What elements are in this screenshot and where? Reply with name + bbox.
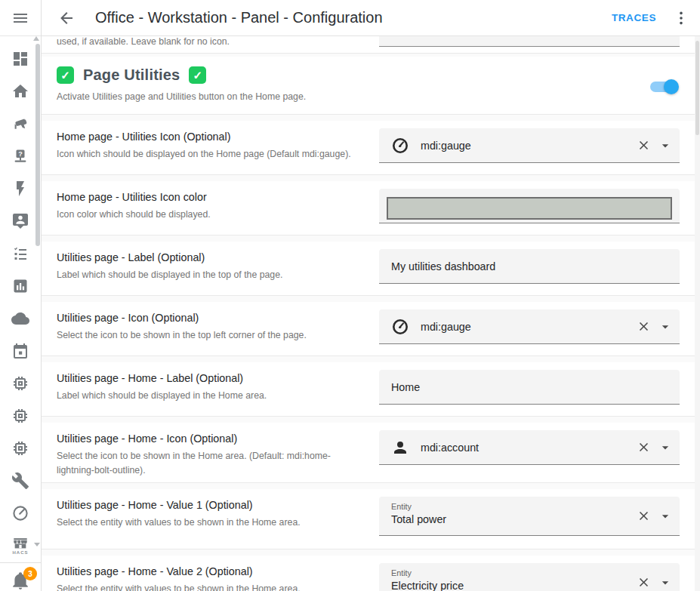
wrench-icon bbox=[11, 472, 29, 490]
hacs-dropdown-caret-icon[interactable] bbox=[34, 543, 40, 546]
svg-text:?: ? bbox=[18, 149, 23, 157]
clear-icon[interactable] bbox=[637, 319, 651, 334]
sidebar-item-notifications[interactable]: 3 bbox=[0, 566, 41, 591]
toggle-knob bbox=[664, 79, 679, 94]
sidebar-nav: ? bbox=[0, 42, 41, 562]
clear-icon[interactable] bbox=[637, 575, 651, 589]
calendar-icon bbox=[11, 342, 29, 360]
field-floating-label: Entity bbox=[391, 502, 412, 511]
row-description: Label which should be displayed in the t… bbox=[57, 268, 282, 282]
row-utilities-home-value-1: Utilities page - Home - Value 1 (Optiona… bbox=[42, 489, 700, 549]
sidebar-divider bbox=[0, 562, 41, 563]
color-picker-field[interactable] bbox=[379, 189, 680, 223]
sidebar-item-home[interactable] bbox=[0, 75, 41, 107]
chip-icon bbox=[11, 407, 29, 425]
row-home-utilities-icon: Home page - Utilities Icon (Optional) Ic… bbox=[42, 121, 700, 175]
row-label: Home page - Utilities Icon (Optional) bbox=[57, 131, 351, 143]
row-utilities-home-label: Utilities page - Home - Label (Optional)… bbox=[42, 362, 700, 417]
clear-icon[interactable] bbox=[637, 138, 651, 152]
icon-select-field[interactable]: mdi:gauge bbox=[379, 128, 680, 163]
view-dashboard-icon bbox=[11, 50, 29, 68]
field-value: Electricity price bbox=[391, 580, 464, 591]
hacs-store-icon bbox=[12, 537, 29, 549]
partial-row-input[interactable] bbox=[379, 36, 680, 47]
sidebar-item-dashboard[interactable] bbox=[0, 42, 41, 75]
speed-gauge-icon bbox=[11, 504, 29, 522]
page-scrollbar[interactable] bbox=[695, 36, 700, 591]
network-question-icon: ? bbox=[11, 147, 29, 165]
cctv-icon bbox=[11, 115, 29, 133]
row-label: Home page - Utilities Icon color bbox=[57, 191, 211, 203]
chart-box-icon bbox=[11, 277, 29, 295]
partial-row: used, if available. Leave blank for no i… bbox=[42, 36, 700, 54]
page-scrollbar-thumb[interactable] bbox=[695, 41, 699, 135]
chevron-down-icon[interactable] bbox=[658, 575, 673, 590]
sidebar-item-energy[interactable] bbox=[0, 172, 41, 205]
sidebar-item-persons[interactable] bbox=[0, 205, 41, 237]
text-input-field[interactable]: Home bbox=[379, 370, 680, 405]
field-value: My utilities dashboard bbox=[391, 260, 495, 272]
sidebar-item-speedtest[interactable] bbox=[0, 497, 41, 529]
row-utilities-home-icon: Utilities page - Home - Icon (Optional) … bbox=[42, 423, 700, 483]
sidebar-item-calendar[interactable] bbox=[0, 334, 41, 367]
sidebar-item-todo-lists[interactable] bbox=[0, 237, 41, 269]
row-label: Utilities page - Home - Icon (Optional) bbox=[57, 432, 356, 445]
sidebar-item-integration-1[interactable] bbox=[0, 367, 41, 399]
row-description: Label which should be displayed in the H… bbox=[57, 389, 267, 403]
clear-icon[interactable] bbox=[637, 440, 651, 454]
sidebar: ? bbox=[0, 0, 42, 591]
partial-row-description: used, if available. Leave blank for no i… bbox=[57, 36, 230, 47]
icon-select-field[interactable]: mdi:gauge bbox=[379, 309, 680, 344]
page-title: Office - Workstation - Panel - Configura… bbox=[95, 9, 383, 26]
sidebar-item-integration-2[interactable] bbox=[0, 399, 41, 432]
sidebar-menu-button[interactable] bbox=[0, 0, 41, 36]
chevron-down-icon[interactable] bbox=[658, 509, 673, 524]
field-value: Total power bbox=[391, 513, 446, 525]
chevron-down-icon[interactable] bbox=[658, 138, 673, 153]
clear-icon[interactable] bbox=[637, 509, 651, 523]
row-label: Utilities page - Icon (Optional) bbox=[57, 312, 307, 324]
gauge-icon bbox=[391, 318, 409, 336]
row-description: Select the icon to be shown in the Home … bbox=[57, 449, 356, 478]
row-label: Utilities page - Label (Optional) bbox=[57, 251, 282, 263]
sidebar-item-network-help[interactable]: ? bbox=[0, 140, 41, 172]
entity-select-field[interactable]: Entity Electricity price bbox=[379, 563, 680, 591]
chevron-down-icon[interactable] bbox=[658, 319, 673, 334]
section-title-row: ✓ Page Utilities ✓ bbox=[42, 57, 700, 84]
sidebar-item-tools[interactable] bbox=[0, 464, 41, 497]
notification-badge: 3 bbox=[23, 567, 37, 580]
chip-icon bbox=[11, 374, 29, 392]
check-mark-emoji-icon: ✓ bbox=[57, 66, 74, 84]
row-home-utilities-icon-color: Home page - Utilities Icon color Icon co… bbox=[42, 181, 700, 235]
page-utilities-toggle[interactable] bbox=[650, 82, 677, 92]
chevron-down-icon[interactable] bbox=[658, 440, 673, 455]
entity-select-field[interactable]: Entity Total power bbox=[379, 497, 680, 536]
sidebar-item-hacs[interactable]: HACS bbox=[0, 529, 41, 562]
sidebar-item-history-stats[interactable] bbox=[0, 269, 41, 302]
home-icon bbox=[11, 82, 29, 100]
section-description: Activate Utilities page and Utilities bu… bbox=[42, 84, 700, 102]
field-value: mdi:account bbox=[421, 442, 479, 454]
todo-list-icon bbox=[11, 245, 29, 263]
traces-button[interactable]: TRACES bbox=[612, 12, 656, 23]
row-label: Utilities page - Home - Value 2 (Optiona… bbox=[57, 565, 301, 577]
back-arrow-icon[interactable] bbox=[57, 9, 76, 27]
text-input-field[interactable]: My utilities dashboard bbox=[379, 249, 680, 284]
hamburger-menu-icon bbox=[11, 9, 29, 27]
row-description: Select the entity with values to be show… bbox=[57, 582, 301, 591]
row-description: Select the entity with values to be show… bbox=[57, 516, 301, 530]
section-page-utilities: ✓ Page Utilities ✓ Activate Utilities pa… bbox=[42, 57, 700, 115]
row-label: Utilities page - Home - Label (Optional) bbox=[57, 372, 267, 384]
gauge-icon bbox=[391, 137, 409, 155]
color-swatch[interactable] bbox=[387, 197, 672, 220]
person-tooltip-icon bbox=[11, 212, 29, 230]
row-description: Select the icon to be shown in the top l… bbox=[57, 328, 307, 343]
overflow-menu-icon[interactable] bbox=[672, 9, 690, 27]
sidebar-item-cameras[interactable] bbox=[0, 107, 41, 140]
sidebar-scroll-up-arrow[interactable] bbox=[33, 36, 39, 41]
sidebar-item-integration-3[interactable] bbox=[0, 432, 41, 464]
sidebar-item-cloud[interactable] bbox=[0, 302, 41, 334]
row-utilities-home-value-2: Utilities page - Home - Value 2 (Optiona… bbox=[42, 556, 700, 591]
icon-select-field[interactable]: mdi:account bbox=[379, 430, 680, 465]
row-description: Icon color which should be displayed. bbox=[57, 208, 211, 222]
